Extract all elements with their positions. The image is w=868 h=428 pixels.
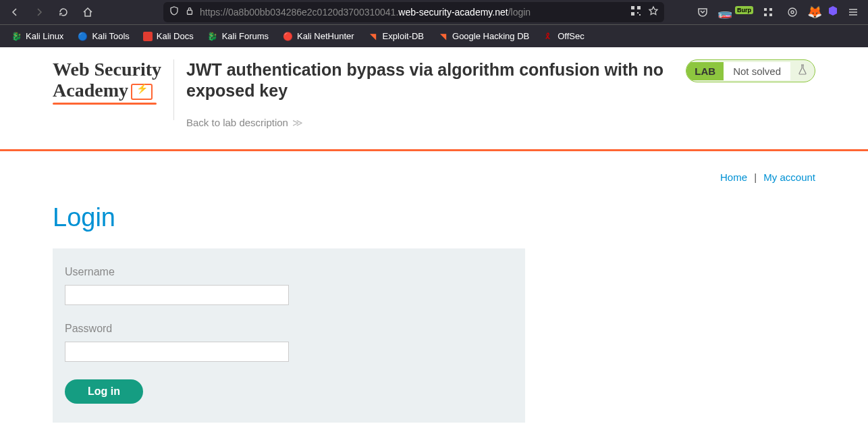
browser-nav-bar: https://0a8b00bb034286e2c0120d3700310041… bbox=[0, 0, 868, 24]
svg-point-10 bbox=[788, 8, 796, 16]
page-content: Home | My account Login Username Passwor… bbox=[46, 171, 822, 423]
addons-icon[interactable] bbox=[759, 3, 778, 22]
shield-icon[interactable] bbox=[169, 5, 180, 19]
page-heading: Login bbox=[53, 203, 815, 232]
url-text: https://0a8b00bb034286e2c0120d3700310041… bbox=[200, 7, 531, 18]
ghdb-icon: ◥ bbox=[437, 31, 448, 42]
bookmark-kali-nethunter[interactable]: 🔴 Kali NetHunter bbox=[277, 28, 360, 45]
lab-status-pill: LAB Not solved bbox=[686, 59, 815, 82]
qr-icon[interactable] bbox=[630, 5, 641, 19]
back-to-description-link[interactable]: Back to lab description ≫ bbox=[186, 117, 674, 129]
lock-icon[interactable] bbox=[185, 6, 194, 18]
flask-icon bbox=[790, 60, 815, 82]
bookmark-ghdb[interactable]: ◥ Google Hacking DB bbox=[432, 28, 535, 45]
bookmark-label: OffSec bbox=[558, 31, 585, 41]
lab-badge: LAB bbox=[686, 62, 724, 80]
bookmark-offsec[interactable]: 🎗 OffSec bbox=[537, 28, 590, 45]
bookmark-label: Kali NetHunter bbox=[297, 31, 354, 41]
offsec-icon: 🎗 bbox=[543, 31, 553, 42]
bookmark-kali-linux[interactable]: 🐉 Kali Linux bbox=[5, 28, 69, 45]
academy-logo[interactable]: Web Security Academy bbox=[53, 59, 161, 105]
reload-button[interactable] bbox=[54, 3, 73, 22]
top-nav: Home | My account bbox=[53, 171, 815, 183]
password-input[interactable] bbox=[65, 342, 289, 362]
bookmark-label: Google Hacking DB bbox=[452, 31, 529, 41]
svg-rect-1 bbox=[631, 6, 634, 9]
extension-icon[interactable] bbox=[783, 3, 802, 22]
username-label: Username bbox=[65, 266, 513, 278]
svg-rect-5 bbox=[639, 14, 641, 16]
svg-rect-8 bbox=[764, 14, 767, 16]
bookmark-star-icon[interactable] bbox=[648, 5, 659, 19]
docs-icon bbox=[143, 32, 153, 41]
svg-rect-2 bbox=[637, 6, 641, 9]
username-input[interactable] bbox=[65, 285, 289, 305]
bookmark-label: Kali Linux bbox=[26, 31, 63, 41]
logo-line2: Academy bbox=[53, 80, 128, 101]
hamburger-menu-icon[interactable] bbox=[844, 3, 863, 22]
forward-button[interactable] bbox=[30, 3, 49, 22]
vertical-separator bbox=[173, 59, 174, 120]
lab-status-text: Not solved bbox=[724, 62, 790, 80]
svg-point-11 bbox=[791, 11, 794, 14]
bookmark-kali-tools[interactable]: 🔵 Kali Tools bbox=[72, 28, 134, 45]
nav-account-link[interactable]: My account bbox=[763, 171, 815, 183]
logo-bolt-icon bbox=[131, 84, 153, 100]
login-button[interactable]: Log in bbox=[65, 379, 143, 404]
nav-home-link[interactable]: Home bbox=[720, 171, 747, 183]
svg-rect-7 bbox=[769, 8, 772, 11]
bookmark-label: Kali Docs bbox=[157, 31, 194, 41]
svg-rect-9 bbox=[769, 14, 772, 16]
login-form: Username Password Log in bbox=[53, 248, 525, 423]
kali-icon: 🐉 bbox=[11, 31, 22, 42]
svg-rect-4 bbox=[637, 12, 639, 14]
logo-line1: Web Security bbox=[53, 59, 161, 80]
home-button[interactable] bbox=[78, 3, 97, 22]
password-label: Password bbox=[65, 323, 513, 335]
bookmarks-bar: 🐉 Kali Linux 🔵 Kali Tools Kali Docs 🐉 Ka… bbox=[0, 24, 868, 47]
bookmark-label: Kali Forums bbox=[222, 31, 269, 41]
back-button[interactable] bbox=[5, 3, 24, 22]
exploitdb-icon: ◥ bbox=[368, 31, 379, 42]
nethunter-icon: 🔴 bbox=[282, 31, 293, 42]
url-bar[interactable]: https://0a8b00bb034286e2c0120d3700310041… bbox=[163, 2, 664, 22]
bookmark-kali-forums[interactable]: 🐉 Kali Forums bbox=[202, 28, 274, 45]
bookmark-label: Exploit-DB bbox=[383, 31, 424, 41]
bookmark-exploit-db[interactable]: ◥ Exploit-DB bbox=[362, 28, 429, 45]
svg-rect-0 bbox=[188, 10, 192, 14]
forums-icon: 🐉 bbox=[207, 31, 218, 42]
pocket-icon[interactable] bbox=[693, 3, 712, 22]
burp-extension-icon[interactable]: 🧫 Burp bbox=[717, 5, 753, 20]
bookmark-label: Kali Tools bbox=[92, 31, 129, 41]
bookmark-kali-docs[interactable]: Kali Docs bbox=[138, 28, 199, 44]
tools-icon: 🔵 bbox=[77, 31, 88, 42]
extension-cube-icon[interactable] bbox=[828, 5, 838, 19]
lab-header: Web Security Academy JWT authentication … bbox=[0, 47, 868, 151]
svg-rect-6 bbox=[764, 8, 767, 11]
chevron-right-icon: ≫ bbox=[292, 117, 303, 129]
svg-rect-3 bbox=[631, 12, 634, 16]
lab-title: JWT authentication bypass via algorithm … bbox=[186, 59, 674, 102]
metamask-icon[interactable]: 🦊 bbox=[807, 5, 822, 20]
logo-underline bbox=[53, 103, 157, 105]
nav-separator: | bbox=[754, 171, 757, 183]
back-link-label: Back to lab description bbox=[186, 117, 288, 128]
